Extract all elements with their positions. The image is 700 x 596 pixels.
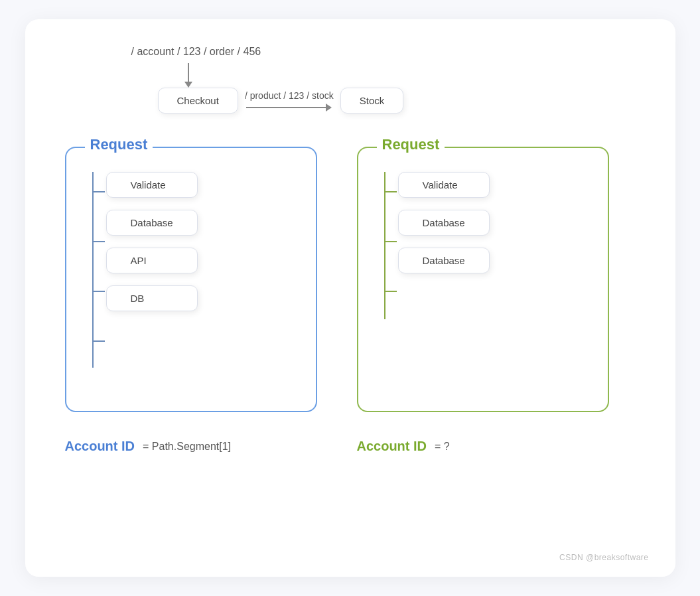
url-path: / account / 123 / order / 456 — [131, 46, 261, 58]
right-account-id-value: = ? — [435, 441, 450, 453]
arrow-down-head — [184, 82, 192, 88]
right-tree-nodes: Validate Database Database — [398, 172, 490, 331]
right-tree-lines-svg — [372, 172, 398, 331]
top-flow: Checkout / product / 123 / stock Stock — [158, 88, 404, 113]
api-path-label: / product / 123 / stock — [245, 90, 334, 101]
arrow-right — [246, 104, 332, 112]
left-panel-label: Request — [85, 136, 153, 153]
left-tree-nodes: Validate Database API DB — [106, 172, 198, 378]
arrow-right-wrapper: / product / 123 / stock — [245, 90, 334, 112]
main-container: / account / 123 / order / 456 Checkout /… — [25, 19, 675, 577]
right-node-validate: Validate — [398, 172, 490, 198]
labels-section: Account ID = Path.Segment[1] Account ID … — [65, 439, 636, 454]
right-account-id-title: Account ID — [357, 439, 427, 454]
left-node-api: API — [106, 248, 198, 273]
left-panel-inner: Validate Database API DB — [80, 172, 303, 378]
panels-section: Request Validate — [65, 147, 636, 412]
left-account-id-title: Account ID — [65, 439, 135, 454]
left-node-db: DB — [106, 285, 198, 311]
arrow-right-head — [326, 104, 332, 112]
watermark: CSDN @breaksoftware — [559, 553, 648, 562]
checkout-node: Checkout — [158, 88, 238, 113]
arrow-down-line — [188, 63, 189, 82]
right-node-database2: Database — [398, 248, 490, 273]
left-label-group: Account ID = Path.Segment[1] — [65, 439, 317, 454]
stock-node: Stock — [340, 88, 404, 113]
left-node-database: Database — [106, 210, 198, 236]
left-node-validate: Validate — [106, 172, 198, 198]
left-account-id-value: = Path.Segment[1] — [143, 441, 231, 453]
left-request-panel: Request Validate — [65, 147, 317, 412]
right-label-group: Account ID = ? — [357, 439, 609, 454]
right-request-panel: Request Validate Database Database — [357, 147, 609, 412]
right-panel-inner: Validate Database Database — [372, 172, 595, 331]
right-panel-label: Request — [377, 136, 445, 153]
top-section: / account / 123 / order / 456 Checkout /… — [131, 46, 636, 113]
arrow-right-line — [246, 107, 326, 108]
left-tree-lines-svg — [80, 172, 106, 378]
right-node-database1: Database — [398, 210, 490, 236]
